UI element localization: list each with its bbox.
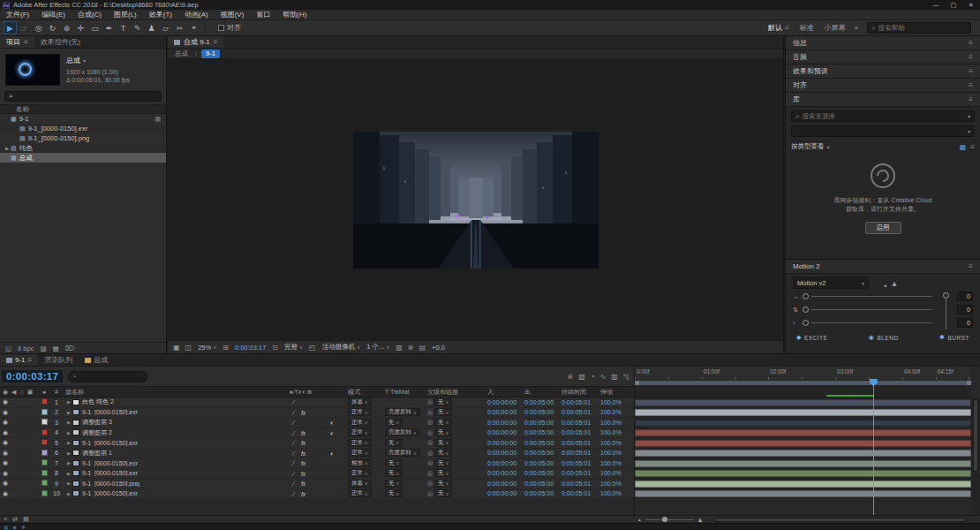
layer-row[interactable]: ◉6▶调整图层 1⁄fx◐正常∨亮度反转∨◎无∨0:00:00:000:00:0… [0, 449, 634, 459]
layer-name-cell[interactable]: ▶白色 纯色 2 [64, 398, 286, 406]
stretch-column-header[interactable]: 伸缩 [600, 388, 634, 397]
timeline-bar-row[interactable] [635, 489, 971, 500]
mode-select[interactable]: 正常∨ [348, 489, 372, 497]
mode-select[interactable]: 正常∨ [348, 469, 372, 477]
twirl-icon[interactable]: ▶ [65, 450, 72, 456]
layer-row[interactable]: ◉5▶9-1_[0000-0150].exr⁄fx正常∨无∨◎无∨0:00:00… [0, 438, 634, 449]
layer-eye-icon[interactable]: ◉ [3, 439, 8, 446]
magnification-select[interactable]: 25% ∨ [198, 344, 216, 352]
workspace-default[interactable]: 默认≡ [763, 23, 795, 33]
graph-editor-icon[interactable]: ◹ [623, 373, 629, 381]
panel-menu-icon[interactable]: ≡ [969, 262, 973, 270]
timeline-bar-row[interactable] [635, 418, 971, 428]
timeline-bar-row[interactable] [635, 428, 971, 439]
trkmat-select[interactable]: 无∨ [385, 439, 403, 447]
layer-row[interactable]: ◉7▶9-1_[0000-0150].exr⁄fx相加∨无∨◎无∨0:00:00… [0, 458, 634, 469]
project-item-comp-9-1[interactable]: ▦9-1▤ [0, 114, 166, 124]
quality-icon[interactable]: ⁄ [293, 481, 294, 487]
panel-menu-icon[interactable]: ≡ [969, 95, 973, 103]
clone-stamp-tool-icon[interactable]: ♟ [145, 21, 158, 34]
number-column-header[interactable]: # [49, 389, 64, 395]
parent-select[interactable]: 无∨ [434, 449, 452, 457]
menu-layer[interactable]: 图层(L) [108, 10, 143, 20]
workspace-small-screen[interactable]: 小屏幕 [819, 23, 851, 33]
draft-3d-icon[interactable]: ▧ [578, 373, 585, 381]
project-item-footage-exr[interactable]: ▤9-1_[0000-0150].exr [0, 124, 166, 133]
brush-tool-icon[interactable]: ✎ [131, 21, 144, 34]
layer-label-color[interactable] [39, 490, 49, 497]
camera-tool-icon[interactable]: ⊛ [60, 21, 73, 34]
close-button[interactable]: ✕ [962, 0, 980, 10]
mode-select[interactable]: 屏幕∨ [348, 480, 372, 488]
trkmat-select[interactable]: 无∨ [385, 489, 403, 497]
layer-eye-icon[interactable]: ◉ [3, 459, 8, 466]
panel-menu-icon[interactable]: ≡ [785, 24, 789, 32]
trkmat-select[interactable]: 亮度反转∨ [385, 449, 420, 457]
fast-preview-icon[interactable]: ≋ [408, 344, 414, 352]
twirl-icon[interactable]: ▶ [4, 146, 11, 151]
twirl-icon[interactable]: ▶ [65, 471, 72, 476]
layer-label-color[interactable] [39, 409, 49, 416]
minimize-button[interactable]: — [927, 0, 945, 10]
out-column-header[interactable]: 出 [524, 388, 562, 397]
twirl-icon[interactable]: ▶ [65, 481, 72, 486]
workspace-overflow-icon[interactable]: » [851, 24, 862, 32]
layer-in-time[interactable]: 0:00:00:00 [487, 450, 524, 456]
layer-name-cell[interactable]: ▶9-1_[0000-0150].exr [64, 409, 286, 415]
panel-header-info[interactable]: 信息≡ [786, 36, 980, 50]
panel-menu-icon[interactable]: ≡ [969, 81, 973, 89]
motion-blur-icon[interactable]: ▥ [611, 373, 618, 381]
menu-file[interactable]: 文件(F) [0, 10, 35, 20]
layer-duration[interactable]: 0:00:05:01 [562, 409, 600, 415]
twirl-icon[interactable]: ▶ [65, 399, 72, 405]
layer-duration[interactable]: 0:00:05:01 [562, 440, 600, 446]
adjustment-layer-icon[interactable]: ◐ [330, 429, 334, 435]
vertical-scrollbar[interactable] [971, 398, 980, 515]
layer-out-time[interactable]: 0:00:05:00 [524, 429, 562, 435]
layer-duration[interactable]: 0:00:05:01 [562, 460, 600, 466]
twirl-icon[interactable]: ▶ [65, 440, 72, 445]
motion-param-3-knob[interactable] [803, 320, 809, 326]
rotation-tool-icon[interactable]: ↻ [46, 21, 59, 34]
menu-view[interactable]: 视图(V) [215, 10, 251, 20]
help-search[interactable]: ⌕ [867, 22, 971, 34]
fx-icon[interactable]: fx [301, 481, 305, 487]
quality-icon[interactable]: ⁄ [293, 409, 294, 415]
snap-group[interactable]: 对齐 [218, 23, 241, 33]
parent-select[interactable]: 无∨ [434, 428, 452, 436]
layer-switches[interactable]: ⁄fx [286, 489, 348, 499]
layer-out-time[interactable]: 0:00:05:00 [524, 490, 562, 496]
tab-timeline-zongcheng[interactable]: 总成 [79, 354, 114, 366]
layer-stretch[interactable]: 100.0% [600, 409, 634, 415]
layer-label-color[interactable] [39, 480, 49, 487]
mini-timeline-icon[interactable]: ▤ [418, 344, 426, 352]
graph-editor-toggle-icon[interactable]: ▤ [23, 516, 29, 523]
pickwhip-icon[interactable]: ◎ [427, 439, 433, 446]
layer-stretch[interactable]: 100.0% [600, 481, 634, 487]
layer-row[interactable]: ◉8▶9-1_[0000-0150].exr⁄fx正常∨无∨◎无∨0:00:00… [0, 469, 634, 480]
layer-switches[interactable]: ⁄fx [286, 458, 348, 468]
layer-in-time[interactable]: 0:00:00:00 [487, 460, 524, 466]
layer-name-cell[interactable]: ▶调整图层 2 [64, 428, 286, 437]
label-column-header[interactable]: ● [39, 389, 49, 395]
layer-in-time[interactable]: 0:00:00:00 [487, 420, 524, 426]
mode-column-header[interactable]: 模式 [348, 388, 385, 397]
layer-duration-bar[interactable] [635, 420, 971, 427]
layer-duration[interactable]: 0:00:05:01 [562, 420, 600, 426]
motion-param-3-slider[interactable] [811, 322, 932, 323]
mode-select[interactable]: 正常∨ [348, 408, 372, 416]
fx-icon[interactable]: fx [301, 460, 305, 466]
layer-name-cell[interactable]: ▶9-1_[0000-0150].exr [64, 470, 286, 476]
new-comp-icon[interactable]: ▦ [53, 344, 59, 352]
layer-duration[interactable]: 0:00:05:01 [562, 450, 600, 456]
trkmat-column-header[interactable]: T TrkMat [385, 389, 426, 395]
layer-out-time[interactable]: 0:00:05:00 [524, 450, 562, 456]
menu-edit[interactable]: 编辑(E) [35, 10, 72, 20]
layer-duration-bar[interactable] [635, 409, 971, 416]
layer-out-time[interactable]: 0:00:05:00 [524, 440, 562, 446]
panel-menu-icon[interactable]: ≡ [969, 39, 973, 47]
layer-duration[interactable]: 0:00:05:01 [562, 429, 600, 435]
layer-in-time[interactable]: 0:00:00:00 [487, 470, 524, 476]
snap-checkbox[interactable] [218, 25, 224, 31]
motion-param-1-slider[interactable] [811, 296, 932, 297]
